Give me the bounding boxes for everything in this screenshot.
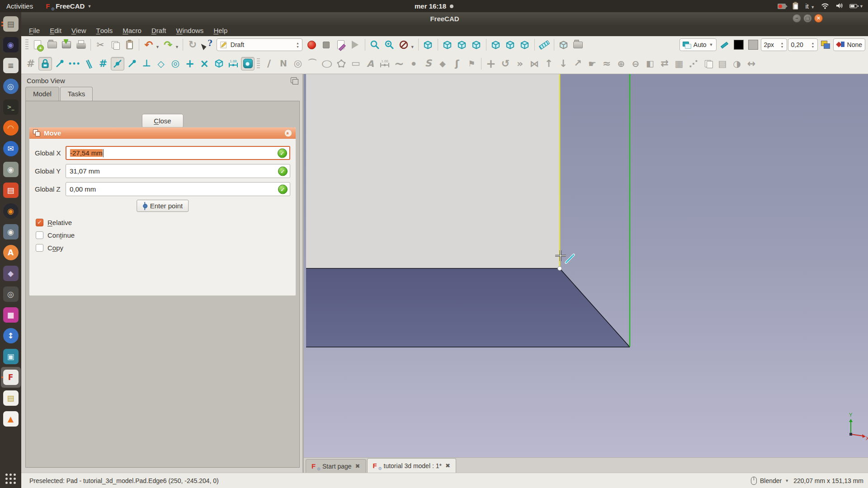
close-tab-icon[interactable]: ✖ <box>445 462 450 469</box>
draft-line-color-button[interactable] <box>717 38 731 52</box>
draft-facebinder-button[interactable]: ◆ <box>436 57 449 70</box>
std-undo-button[interactable]: ↶ <box>142 38 156 52</box>
dropdown-arrow-icon[interactable]: ▼ <box>156 45 160 49</box>
draft-dimension-button[interactable]: 1.00 <box>378 57 392 70</box>
dock-utility[interactable]: ◉ <box>1 159 21 180</box>
float-panel-icon[interactable] <box>291 77 297 83</box>
activities-button[interactable]: Activities <box>0 0 39 12</box>
draft-arc-button[interactable]: ⌒ <box>306 57 319 70</box>
draft-array-button[interactable]: ▦ <box>672 57 686 70</box>
measure-distance-button[interactable] <box>538 38 551 52</box>
draft-shape2d-view-button[interactable]: ◧ <box>643 57 657 70</box>
std-redo-button[interactable]: ↷ <box>161 38 175 52</box>
dock-cad-viewer[interactable]: ▣ <box>1 346 21 367</box>
global-y-input[interactable]: 31,07 mm✓ <box>66 164 290 178</box>
dock-firefox[interactable]: ◠ <box>1 117 21 138</box>
draft-bezier-button[interactable]: ʃ <box>450 57 464 70</box>
draft-clone-button[interactable] <box>701 57 715 70</box>
menu-draft[interactable]: Draft <box>146 25 171 36</box>
draft-trimex-button[interactable]: ⋈ <box>528 57 541 70</box>
dropdown-arrow-icon[interactable]: ▼ <box>410 45 415 49</box>
pad-front-face[interactable] <box>306 268 630 347</box>
tab-tasks[interactable]: Tasks <box>60 87 93 101</box>
snap-center-button[interactable]: ◎ <box>169 57 182 70</box>
std-open-button[interactable] <box>45 38 59 52</box>
dock-blender[interactable]: ◉ <box>1 201 21 221</box>
draft-mirror-button[interactable]: ◑ <box>730 57 744 70</box>
draft-move-button[interactable]: + <box>484 57 498 70</box>
checkbox-continue[interactable]: Continue <box>36 230 75 239</box>
view-rear-button[interactable] <box>489 38 503 52</box>
std-new-button[interactable] <box>31 38 44 52</box>
wifi-icon[interactable] <box>821 2 829 10</box>
keyboard-layout-indicator[interactable]: it ▼ <box>805 2 815 10</box>
view-front-button[interactable] <box>441 38 454 52</box>
draft-shapestring-button[interactable]: S <box>421 57 435 70</box>
dock-chat[interactable]: ✉ <box>1 138 21 159</box>
std-paste-button[interactable] <box>123 38 136 52</box>
minimize-button[interactable]: − <box>793 14 801 23</box>
draft-remove-point-button[interactable]: ⊖ <box>629 57 642 70</box>
snap-angle-button[interactable]: × <box>198 57 211 70</box>
snap-extension-button[interactable] <box>125 57 139 70</box>
draft-point-button[interactable]: ● <box>407 57 420 70</box>
draft-polygon-button[interactable] <box>335 57 348 70</box>
clipboard-icon[interactable] <box>793 3 798 9</box>
menu-help[interactable]: Help <box>208 25 232 36</box>
dock-browser[interactable]: ◎ <box>1 76 21 97</box>
workbench-selector[interactable]: Draft ▲▼ <box>217 38 302 51</box>
checkbox-box[interactable] <box>36 231 43 239</box>
snap-working-plane-button[interactable] <box>212 57 226 70</box>
checkbox-copy[interactable]: Copy <box>36 243 63 252</box>
tab-model[interactable]: Model <box>25 87 59 101</box>
dropdown-arrow-icon[interactable]: ▼ <box>175 45 179 49</box>
std-cut-button[interactable]: ✂ <box>94 38 107 52</box>
apply-style-button[interactable] <box>819 38 832 52</box>
view-right-button[interactable] <box>470 38 483 52</box>
draft-path-array-button[interactable]: ⋰ <box>687 57 700 70</box>
menu-tools[interactable]: Tools <box>91 25 118 36</box>
snap-vertex-dot[interactable] <box>558 267 562 271</box>
draft-wire-to-bspline-button[interactable]: ≈ <box>600 57 613 70</box>
whats-this-button[interactable] <box>200 38 214 52</box>
autogroup-button[interactable]: None <box>833 38 865 51</box>
draft-ellipse-button[interactable]: ○ <box>320 57 334 70</box>
draft-to-sketch-button[interactable]: ⇄ <box>658 57 671 70</box>
snap-near-button[interactable] <box>111 57 124 70</box>
snap-special-button[interactable]: ◇ <box>154 57 168 70</box>
draft-bspline-button[interactable]: ~ <box>392 57 406 70</box>
menu-view[interactable]: View <box>66 25 91 36</box>
view-bottom-button[interactable] <box>504 38 517 52</box>
checkbox-relative[interactable]: ✓Relative <box>36 218 72 227</box>
macro-play-button[interactable] <box>349 38 362 52</box>
document-tab-active[interactable]: F⚙tutorial 3d model : 1*✖ <box>367 458 456 473</box>
view-fit-all-button[interactable] <box>368 38 382 52</box>
clock[interactable]: mer 16:18 <box>415 2 453 10</box>
draft-drawing-button[interactable]: ▤ <box>716 57 729 70</box>
draft-circle-button[interactable]: ◎ <box>291 57 305 70</box>
pad-top-face[interactable] <box>306 74 560 268</box>
face-color-swatch[interactable] <box>746 38 760 52</box>
collapse-task-button[interactable]: « <box>284 129 292 137</box>
toggle-grid-button[interactable] <box>241 57 255 70</box>
view-top-button[interactable] <box>455 38 469 52</box>
draft-wire-button[interactable]: N <box>277 57 290 70</box>
dock-office[interactable]: ▤ <box>1 180 21 201</box>
enter-point-button[interactable]: Enter point <box>137 200 189 212</box>
dock-transmission[interactable]: ↕ <box>1 325 21 346</box>
make-link-button[interactable] <box>557 38 571 52</box>
battery-indicator[interactable]: ▼ <box>849 4 863 9</box>
snap-endpoint-button[interactable] <box>53 57 66 70</box>
dock-files[interactable]: ▤ <box>1 14 21 34</box>
dock-terminal[interactable]: >_ <box>1 97 21 117</box>
volume-icon[interactable] <box>835 2 843 10</box>
view-left-button[interactable] <box>518 38 532 52</box>
transparency-spinbox[interactable]: 0,20 ▲▼ <box>788 38 818 51</box>
toolbar-grip[interactable] <box>25 39 28 50</box>
checkbox-box[interactable]: ✓ <box>36 219 43 226</box>
document-tab-inactive[interactable]: F⚙Start page✖ <box>306 459 366 473</box>
line-width-selector[interactable]: 2px ▲▼ <box>761 38 787 51</box>
view-axonometric-button[interactable] <box>421 38 435 52</box>
draft-upgrade-button[interactable]: ↑ <box>542 57 556 70</box>
snap-perpendicular-button[interactable]: ⊥ <box>140 57 153 70</box>
